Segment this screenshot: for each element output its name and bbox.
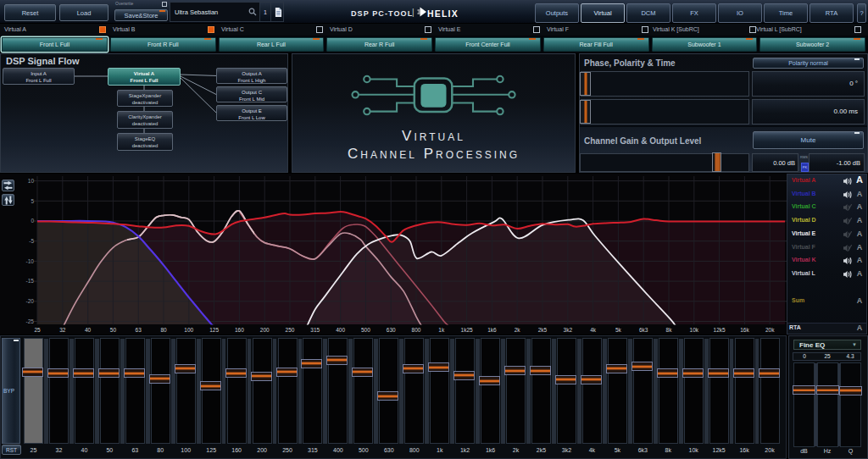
svg-text:25: 25 [34,327,41,333]
svg-text:-25: -25 [26,318,35,324]
svg-text:400: 400 [336,327,345,333]
svg-text:0: 0 [31,218,34,224]
svg-text:-15: -15 [26,278,35,284]
svg-text:20k: 20k [765,327,775,333]
svg-text:1k6: 1k6 [487,327,497,333]
svg-text:4k: 4k [590,327,597,333]
svg-text:250: 250 [286,327,295,333]
svg-text:8k: 8k [666,327,673,333]
svg-text:1k25: 1k25 [461,327,473,333]
svg-text:50: 50 [110,327,117,333]
svg-text:500: 500 [361,327,370,333]
svg-text:80: 80 [160,327,167,333]
svg-text:12k5: 12k5 [714,327,726,333]
svg-text:32: 32 [59,327,66,333]
svg-text:5k: 5k [615,327,622,333]
svg-text:10k: 10k [690,327,699,333]
svg-text:160: 160 [235,327,244,333]
svg-text:1k: 1k [438,327,445,333]
svg-text:200: 200 [260,327,270,333]
svg-text:40: 40 [85,327,92,333]
svg-text:2k: 2k [515,327,521,333]
svg-text:5: 5 [31,198,34,204]
svg-text:800: 800 [412,327,421,333]
svg-text:3k2: 3k2 [564,327,573,333]
svg-text:-5: -5 [29,238,34,244]
svg-text:10: 10 [28,178,35,184]
svg-text:100: 100 [184,327,193,333]
svg-text:6k3: 6k3 [639,327,648,333]
svg-text:16k: 16k [740,327,749,333]
svg-text:2k5: 2k5 [538,327,548,333]
svg-text:-10: -10 [26,258,35,264]
svg-text:630: 630 [387,327,396,333]
svg-text:63: 63 [136,327,142,333]
svg-text:315: 315 [310,327,320,333]
svg-text:125: 125 [209,327,219,333]
svg-text:-20: -20 [26,298,35,304]
